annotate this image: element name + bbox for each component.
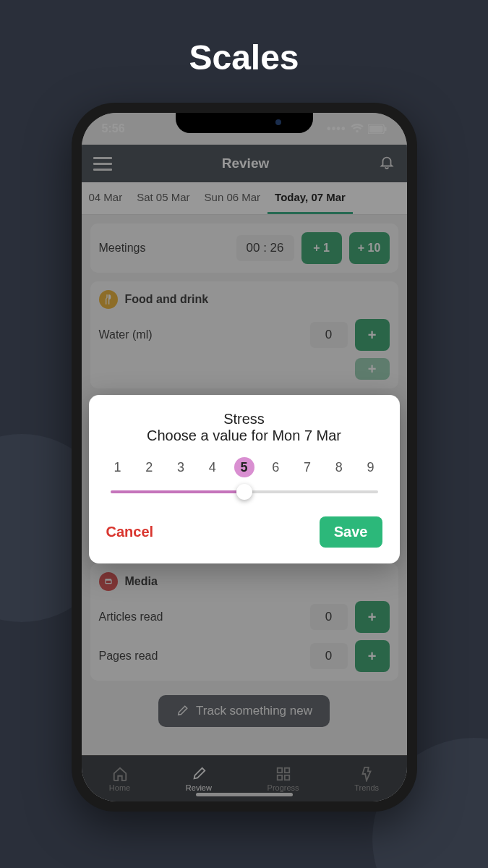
- nav-review[interactable]: Review: [186, 766, 212, 792]
- svg-rect-5: [277, 775, 281, 779]
- svg-rect-6: [284, 775, 288, 779]
- scale-value[interactable]: 1: [108, 457, 128, 477]
- svg-rect-2: [385, 127, 386, 131]
- menu-icon[interactable]: [93, 157, 112, 171]
- pages-value[interactable]: 0: [310, 643, 348, 669]
- status-time: 5:56: [102, 122, 125, 135]
- water-value[interactable]: 0: [310, 322, 348, 348]
- cellular-dots-icon: ••••: [327, 122, 346, 135]
- meetings-value[interactable]: 00 : 26: [236, 235, 294, 261]
- card-media: Media Articles read 0 + Pages read 0 +: [90, 563, 398, 681]
- nav-label: Review: [186, 783, 212, 792]
- row-articles: Articles read 0 +: [99, 601, 390, 633]
- nav-label: Progress: [267, 783, 299, 792]
- scale-value[interactable]: 5: [234, 457, 254, 477]
- promo-title: Scales: [0, 38, 488, 77]
- save-button[interactable]: Save: [320, 516, 382, 548]
- date-tab-active[interactable]: Today, 07 Mar: [267, 182, 353, 214]
- row-water: Water (ml) 0 +: [99, 319, 390, 351]
- modal-subtitle: Choose a value for Mon 7 Mar: [106, 427, 382, 444]
- scale-values: 123456789: [106, 457, 382, 477]
- media-title: Media: [125, 575, 158, 588]
- add-button[interactable]: +: [355, 319, 390, 351]
- water-label: Water (ml): [99, 328, 303, 341]
- phone-frame: 5:56 •••• Review 04 Mar S: [72, 103, 417, 812]
- inc-10-button[interactable]: + 10: [349, 232, 390, 264]
- card-meetings: Meetings 00 : 26 + 1 + 10: [90, 224, 398, 273]
- meetings-label: Meetings: [99, 242, 229, 255]
- articles-value[interactable]: 0: [310, 604, 348, 630]
- add-button[interactable]: +: [355, 640, 390, 672]
- svg-rect-1: [369, 125, 382, 132]
- inc-1-button[interactable]: + 1: [301, 232, 342, 264]
- scale-value[interactable]: 3: [171, 457, 191, 477]
- row-pages: Pages read 0 +: [99, 640, 390, 672]
- scale-value[interactable]: 6: [265, 457, 286, 477]
- date-tab[interactable]: Sat 05 Mar: [129, 182, 197, 214]
- food-icon: [99, 290, 118, 309]
- track-new-button[interactable]: Track something new: [158, 695, 330, 727]
- svg-rect-4: [284, 767, 288, 772]
- pages-label: Pages read: [99, 650, 303, 663]
- scale-value[interactable]: 4: [202, 457, 223, 477]
- row-hidden: +: [99, 358, 390, 380]
- slider-thumb[interactable]: [236, 484, 252, 500]
- scale-value[interactable]: 7: [297, 457, 317, 477]
- nav-label: Trends: [354, 783, 379, 792]
- date-tab[interactable]: 04 Mar: [82, 182, 130, 214]
- scale-value[interactable]: 8: [329, 457, 349, 477]
- nav-progress[interactable]: Progress: [267, 766, 299, 792]
- add-button[interactable]: +: [355, 601, 390, 633]
- track-new-label: Track something new: [196, 704, 312, 718]
- bell-icon[interactable]: [379, 153, 395, 174]
- nav-label: Home: [109, 783, 130, 792]
- modal-title: Stress: [106, 411, 382, 427]
- phone-notch: [176, 113, 313, 133]
- svg-rect-3: [277, 767, 281, 772]
- articles-label: Articles read: [99, 610, 303, 624]
- scale-modal: Stress Choose a value for Mon 7 Mar 1234…: [89, 395, 400, 563]
- battery-icon: [368, 124, 387, 134]
- scale-value[interactable]: 9: [361, 457, 381, 477]
- scale-slider[interactable]: [106, 483, 382, 501]
- page-title: Review: [222, 156, 269, 171]
- date-tab[interactable]: Sun 06 Mar: [197, 182, 268, 214]
- nav-home[interactable]: Home: [109, 766, 130, 792]
- scale-value[interactable]: 2: [139, 457, 159, 477]
- nav-trends[interactable]: Trends: [354, 766, 379, 792]
- date-tabs: 04 Mar Sat 05 Mar Sun 06 Mar Today, 07 M…: [82, 182, 407, 215]
- media-icon: [99, 572, 118, 591]
- top-bar: Review: [82, 145, 407, 182]
- add-button[interactable]: +: [355, 358, 390, 380]
- card-food: Food and drink Water (ml) 0 + +: [90, 281, 398, 388]
- food-title: Food and drink: [125, 293, 209, 306]
- home-indicator: [196, 793, 293, 796]
- wifi-icon: [351, 124, 364, 134]
- cancel-button[interactable]: Cancel: [106, 524, 154, 540]
